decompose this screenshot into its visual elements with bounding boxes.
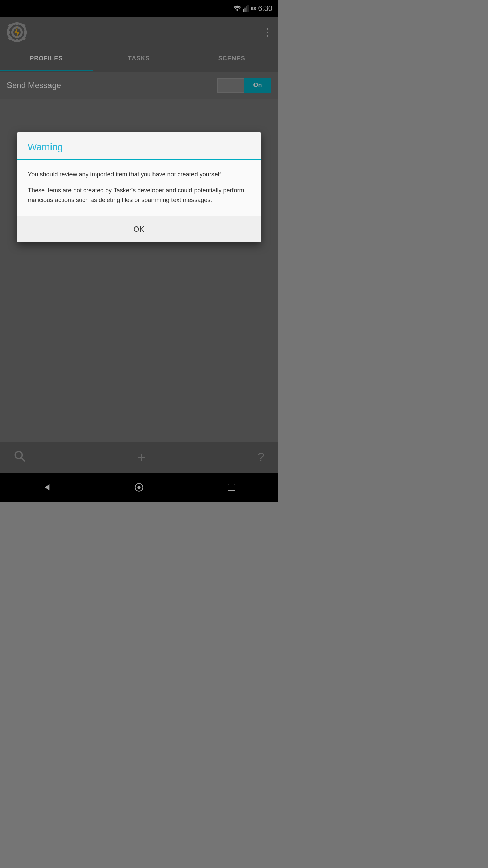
dialog-title: Warning bbox=[28, 142, 63, 152]
dialog-overlay bbox=[0, 0, 278, 502]
dialog-title-area: Warning bbox=[17, 132, 261, 160]
warning-dialog: Warning You should review any imported i… bbox=[17, 132, 261, 242]
dialog-body: You should review any imported item that… bbox=[17, 160, 261, 216]
dialog-text-1: You should review any imported item that… bbox=[28, 170, 250, 179]
dialog-ok-button[interactable]: OK bbox=[120, 221, 158, 237]
dialog-footer: OK bbox=[17, 216, 261, 242]
dialog-text-2: These items are not created by Tasker's … bbox=[28, 185, 250, 205]
